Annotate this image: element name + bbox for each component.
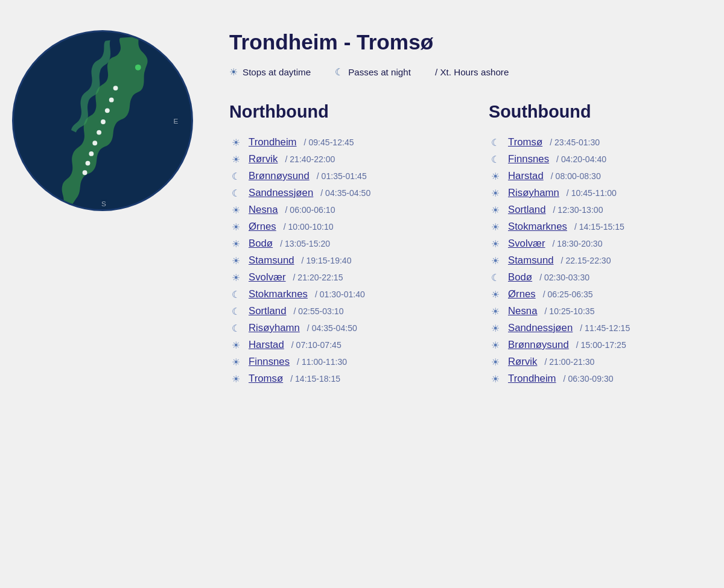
stop-time: / 01:30-01:40 [315,289,365,299]
stop-time: / 14:15-15:15 [574,222,624,232]
stop-time: / 23:45-01:30 [550,138,600,147]
stop-name[interactable]: Tromsø [249,373,283,385]
stop-name[interactable]: Harstad [508,170,544,182]
sun-icon: ☀ [489,340,502,351]
stop-name[interactable]: Stokmarknes [249,288,308,300]
stop-name[interactable]: Rørvik [508,356,537,368]
legend-night: ☾ Passes at night [335,66,411,78]
sun-icon: ☀ [489,373,502,385]
stop-name[interactable]: Brønnøysund [508,339,569,351]
sun-icon: ☀ [489,238,502,250]
stop-time: / 02:30-03:30 [539,273,589,282]
moon-icon: ☾ [489,272,502,283]
stop-name[interactable]: Trondheim [508,373,556,385]
sun-icon: ☀ [489,221,502,233]
svg-point-2 [109,98,114,103]
northbound-column: Northbound ☀Trondheim/ 09:45-12:45☀Rørvi… [229,102,453,387]
list-item: ☀Trondheim/ 09:45-12:45 [229,134,453,151]
sun-icon: ☀ [229,221,243,233]
stop-name[interactable]: Ørnes [508,288,536,300]
stop-name[interactable]: Risøyhamn [249,322,300,334]
sun-icon: ☀ [489,356,502,368]
legend-night-label: Passes at night [348,67,411,77]
stop-name[interactable]: Stokmarknes [508,221,567,233]
stop-time: / 13:05-15:20 [280,239,330,248]
legend: ☀ Stops at daytime ☾ Passes at night / X… [229,66,712,78]
stop-name[interactable]: Sortland [249,305,287,317]
moon-icon: ☾ [229,289,243,300]
list-item: ☾Bodø/ 02:30-03:30 [489,269,712,286]
sun-icon: ☀ [229,255,243,267]
legend-hours-label: / Xt. Hours ashore [435,67,509,77]
list-item: ☀Stamsund/ 22.15-22:30 [489,252,712,269]
list-item: ☀Finnsnes/ 11:00-11:30 [229,353,453,370]
stop-name[interactable]: Finnsnes [249,356,290,368]
sun-legend-icon: ☀ [229,66,238,78]
stop-name[interactable]: Svolvær [249,271,286,283]
stop-name[interactable]: Tromsø [508,136,542,148]
stop-time: / 10:25-10:35 [545,306,595,316]
moon-icon: ☾ [229,188,243,199]
sun-icon: ☀ [229,238,243,250]
stop-name[interactable]: Stamsund [508,254,554,267]
content-section: Trondheim - Tromsø ☀ Stops at daytime ☾ … [229,30,712,387]
list-item: ☀Stokmarknes/ 14:15-15:15 [489,218,712,235]
stop-name[interactable]: Nesna [508,305,538,317]
northbound-title: Northbound [229,102,453,122]
northbound-list: ☀Trondheim/ 09:45-12:45☀Rørvik/ 21:40-22… [229,134,453,387]
sun-icon: ☀ [489,204,502,216]
stop-time: / 04:35-04:50 [307,323,357,333]
list-item: ☀Harstad/ 08:00-08:30 [489,168,712,185]
stop-time: / 04:35-04:50 [320,188,370,198]
svg-point-6 [92,141,97,145]
stop-name[interactable]: Finnsnes [508,153,549,165]
list-item: ☀Tromsø/ 14:15-18:15 [229,370,453,387]
stop-name[interactable]: Sandnessjøen [249,187,313,199]
list-item: ☀Svolvær/ 18:30-20:30 [489,235,712,252]
list-item: ☀Brønnøysund/ 15:00-17:25 [489,337,712,353]
list-item: ☾Brønnøysund/ 01:35-01:45 [229,168,453,185]
svg-point-8 [86,161,91,166]
stop-name[interactable]: Bodø [249,238,273,250]
sun-icon: ☀ [489,255,502,267]
list-item: ☾Sortland/ 02:55-03:10 [229,303,453,320]
moon-icon: ☾ [229,306,243,317]
stop-name[interactable]: Risøyhamn [508,187,559,199]
stop-time: / 10:00-10:10 [284,222,334,232]
sun-icon: ☀ [489,289,502,300]
sun-icon: ☀ [229,340,243,351]
list-item: ☾Risøyhamn/ 04:35-04:50 [229,320,453,337]
svg-point-3 [105,108,110,113]
stop-name[interactable]: Harstad [249,339,284,351]
stop-name[interactable]: Stamsund [249,254,294,267]
stop-name[interactable]: Sandnessjøen [508,322,573,334]
stop-name[interactable]: Brønnøysund [249,170,310,182]
stop-time: / 01:35-01:45 [317,171,367,181]
map-section: E S heim [12,30,205,387]
moon-icon: ☾ [229,171,243,182]
sun-icon: ☀ [229,137,243,148]
sun-icon: ☀ [229,356,243,368]
southbound-title: Southbound [489,102,712,122]
stop-time: / 11:00-11:30 [297,357,347,367]
stop-name[interactable]: Sortland [508,204,546,216]
list-item: ☀Ørnes/ 10:00-10:10 [229,218,453,235]
stop-time: / 04:20-04:40 [556,154,606,164]
stop-name[interactable]: Nesna [249,204,278,216]
list-item: ☀Rørvik/ 21:40-22:00 [229,151,453,168]
stop-time: / 21:40-22:00 [285,154,335,164]
stop-name[interactable]: Rørvik [249,153,278,165]
stop-time: / 15:00-17:25 [576,340,626,350]
stop-time: / 08:00-08:30 [551,171,601,181]
legend-hours: / Xt. Hours ashore [435,67,509,77]
southbound-column: Southbound ☾Tromsø/ 23:45-01:30☾Finnsnes… [489,102,712,387]
stop-time: / 07:10-07:45 [291,340,341,350]
list-item: ☾Tromsø/ 23:45-01:30 [489,134,712,151]
stop-name[interactable]: Bodø [508,271,532,283]
stop-time: / 12:30-13:00 [553,205,603,215]
moon-legend-icon: ☾ [335,66,343,78]
stop-name[interactable]: Trondheim [249,136,297,148]
list-item: ☾Sandnessjøen/ 04:35-04:50 [229,185,453,201]
stop-name[interactable]: Svolvær [508,238,545,250]
stop-name[interactable]: Ørnes [249,221,276,233]
